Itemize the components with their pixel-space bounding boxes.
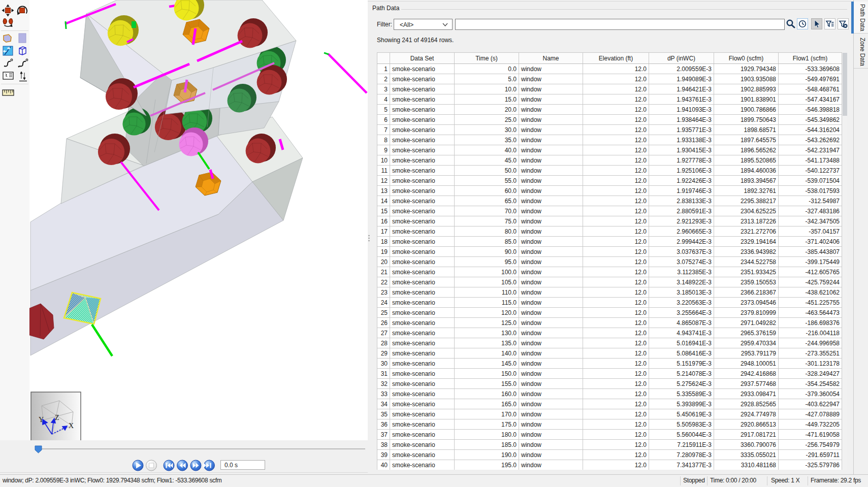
svg-text:Y: Y (39, 416, 44, 424)
svg-text:Z: Z (55, 414, 59, 421)
svg-text:X: X (69, 422, 74, 430)
